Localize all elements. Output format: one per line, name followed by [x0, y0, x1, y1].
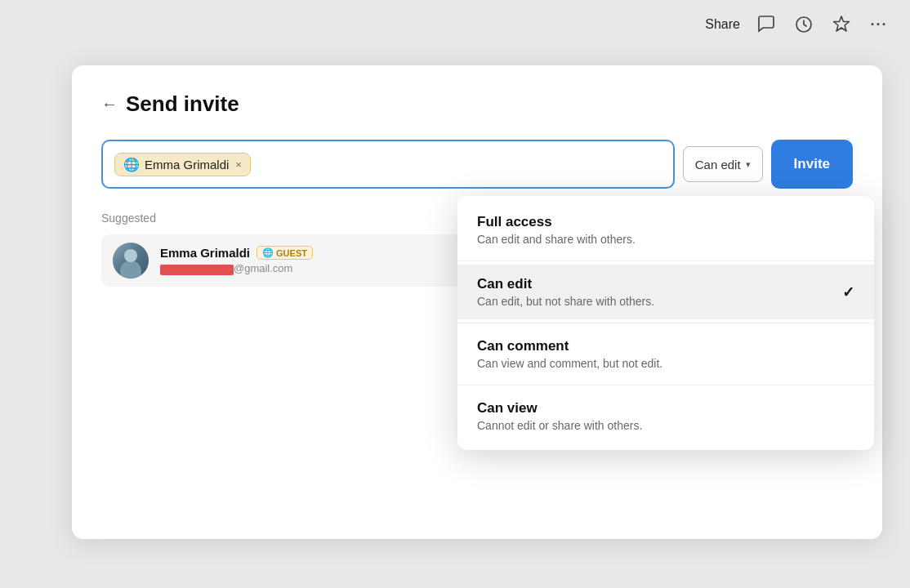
invitee-tag: 🌐 Emma Grimaldi × — [114, 153, 251, 176]
dropdown-divider — [457, 261, 874, 261]
email-redacted — [160, 265, 234, 275]
dropdown-item-title: Full access — [477, 214, 854, 230]
svg-marker-1 — [834, 16, 850, 31]
permission-label: Can edit — [695, 158, 741, 172]
avatar — [113, 243, 149, 278]
star-icon[interactable] — [830, 13, 853, 36]
back-button[interactable]: ← — [101, 95, 118, 114]
suggestion-email: @gmail.com — [160, 262, 313, 274]
dropdown-item-desc: Cannot edit or share with others. — [477, 419, 854, 432]
history-icon[interactable] — [792, 13, 815, 36]
modal-header: ← Send invite — [101, 91, 853, 117]
dropdown-item-desc: Can edit, but not share with others. — [477, 295, 854, 308]
chevron-down-icon: ▾ — [746, 159, 751, 170]
more-icon[interactable]: ··· — [868, 13, 890, 36]
suggestion-name: Emma Grimaldi — [160, 246, 250, 260]
dropdown-divider — [457, 323, 874, 323]
dropdown-item-can-comment[interactable]: Can comment Can view and comment, but no… — [457, 327, 874, 381]
suggestion-info: Emma Grimaldi 🌐 GUEST @gmail.com — [160, 246, 313, 274]
dropdown-item-title: Can edit — [477, 276, 854, 292]
dropdown-item-title: Can comment — [477, 338, 854, 354]
dropdown-item-full-access[interactable]: Full access Can edit and share with othe… — [457, 203, 874, 257]
guest-label: GUEST — [276, 248, 307, 258]
tag-remove-button[interactable]: × — [235, 158, 242, 171]
permission-dropdown-button[interactable]: Can edit ▾ — [683, 146, 763, 182]
chat-icon[interactable] — [755, 13, 778, 36]
dropdown-item-can-edit[interactable]: Can edit Can edit, but not share with ot… — [457, 265, 874, 319]
dropdown-item-title: Can view — [477, 400, 854, 416]
modal-title: Send invite — [126, 91, 239, 117]
invite-input-box[interactable]: 🌐 Emma Grimaldi × — [101, 140, 675, 189]
guest-badge: 🌐 GUEST — [256, 246, 313, 260]
tag-name: Emma Grimaldi — [145, 158, 229, 172]
invite-button[interactable]: Invite — [771, 140, 853, 189]
share-label: Share — [705, 17, 740, 32]
toolbar: Share ··· — [0, 0, 910, 49]
dropdown-item-desc: Can view and comment, but not edit. — [477, 357, 854, 370]
dropdown-item-desc: Can edit and share with others. — [477, 233, 854, 246]
dropdown-divider — [457, 385, 874, 385]
email-suffix: @gmail.com — [234, 262, 292, 274]
invite-row: 🌐 Emma Grimaldi × Can edit ▾ Invite — [101, 140, 853, 189]
badge-globe-icon: 🌐 — [262, 247, 274, 258]
permission-dropdown-menu: Full access Can edit and share with othe… — [457, 196, 874, 450]
selected-check-icon: ✓ — [842, 283, 854, 301]
suggestion-name-row: Emma Grimaldi 🌐 GUEST — [160, 246, 313, 260]
tag-globe-icon: 🌐 — [123, 157, 140, 172]
dropdown-item-can-view[interactable]: Can view Cannot edit or share with other… — [457, 389, 874, 443]
